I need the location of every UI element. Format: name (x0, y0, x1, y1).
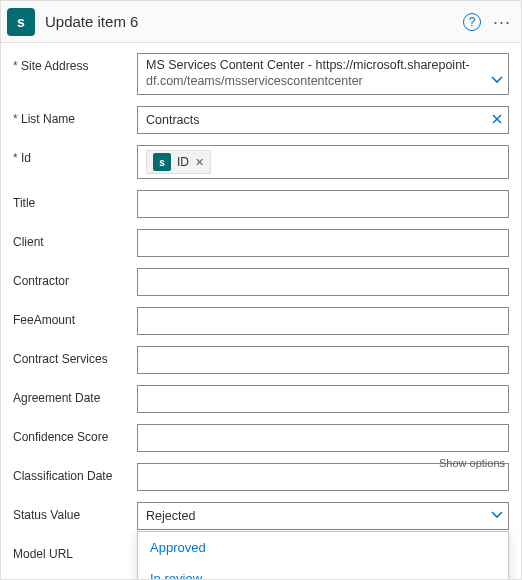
sharepoint-icon: s (7, 8, 35, 36)
remove-token-icon[interactable]: ✕ (195, 156, 204, 169)
id-token-label: ID (177, 155, 189, 169)
label-contract-services: Contract Services (13, 346, 137, 366)
chevron-down-icon[interactable] (491, 73, 503, 89)
label-client: Client (13, 229, 137, 249)
site-address-value-line1: MS Services Content Center - https://mic… (146, 58, 470, 72)
id-token[interactable]: s ID ✕ (146, 150, 211, 174)
status-dropdown[interactable]: ApprovedIn reviewNewRejectedEnter custom… (137, 531, 509, 580)
contractor-input[interactable] (137, 268, 509, 296)
confidence-score-input[interactable] (137, 424, 509, 452)
label-list-name: List Name (13, 106, 137, 126)
clear-icon[interactable] (491, 112, 503, 128)
list-name-value: Contracts (146, 113, 200, 127)
status-value-select[interactable]: Rejected (137, 502, 509, 530)
label-classification-date: Classification Date (13, 463, 137, 483)
status-option[interactable]: Approved (138, 532, 508, 563)
label-confidence-score: Confidence Score (13, 424, 137, 444)
label-title: Title (13, 190, 137, 210)
label-site-address: Site Address (13, 53, 137, 73)
show-options-hint: Show options (439, 457, 505, 469)
site-address-input[interactable]: MS Services Content Center - https://mic… (137, 53, 509, 95)
label-model-url: Model URL (13, 541, 137, 561)
title-input[interactable] (137, 190, 509, 218)
contract-services-input[interactable] (137, 346, 509, 374)
sharepoint-token-icon: s (153, 153, 171, 171)
card-title: Update item 6 (45, 13, 463, 30)
client-input[interactable] (137, 229, 509, 257)
status-value-current: Rejected (146, 509, 195, 523)
fee-amount-input[interactable] (137, 307, 509, 335)
id-input[interactable]: s ID ✕ (137, 145, 509, 179)
more-icon[interactable]: ··· (493, 15, 511, 29)
label-agreement-date: Agreement Date (13, 385, 137, 405)
list-name-input[interactable]: Contracts (137, 106, 509, 134)
chevron-down-icon[interactable] (491, 508, 503, 524)
form-body: Site Address MS Services Content Center … (1, 43, 521, 580)
label-fee-amount: FeeAmount (13, 307, 137, 327)
help-icon[interactable]: ? (463, 13, 481, 31)
agreement-date-input[interactable] (137, 385, 509, 413)
site-address-value-line2: df.com/teams/msservicescontentcenter (146, 74, 363, 88)
status-option[interactable]: In review (138, 563, 508, 580)
label-contractor: Contractor (13, 268, 137, 288)
label-id: Id (13, 145, 137, 165)
card-header: s Update item 6 ? ··· (1, 1, 521, 43)
label-model-version: Model Version (13, 572, 137, 580)
label-status-value: Status Value (13, 502, 137, 522)
